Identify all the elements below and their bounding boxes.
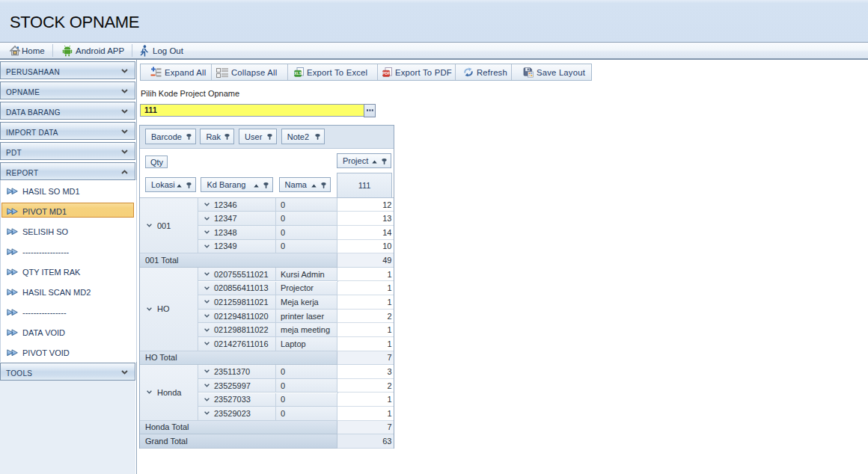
svg-text:XLS: XLS <box>294 71 302 76</box>
svg-text:PDF: PDF <box>382 71 391 76</box>
